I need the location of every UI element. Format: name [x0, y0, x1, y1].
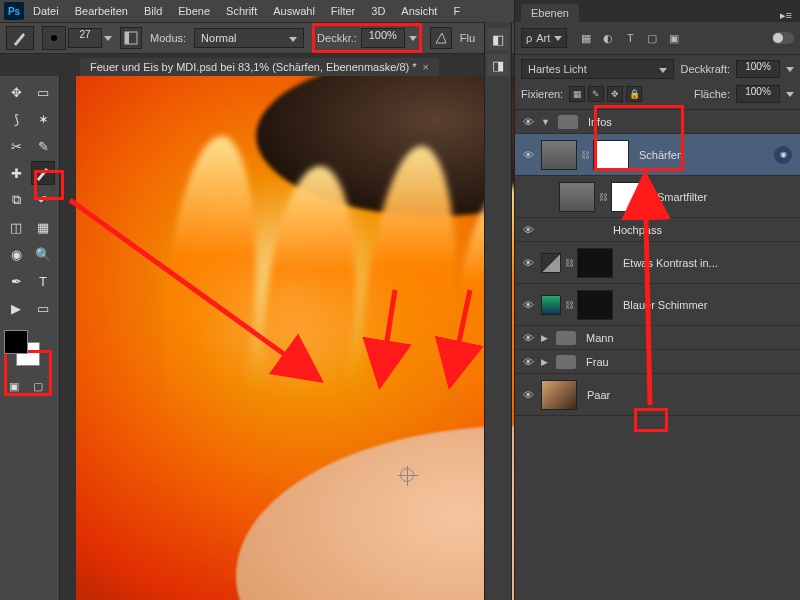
- marquee-tool[interactable]: ▭: [31, 80, 55, 104]
- layer-name[interactable]: Mann: [580, 332, 796, 344]
- layer-name[interactable]: Schärfen: [633, 149, 770, 161]
- layer-mask-thumbnail[interactable]: [611, 182, 647, 212]
- menu-ansicht[interactable]: Ansicht: [394, 3, 444, 19]
- brush-size-picker[interactable]: 27: [42, 26, 112, 50]
- menu-filter[interactable]: Filter: [324, 3, 362, 19]
- dodge-tool[interactable]: 🔍: [31, 242, 55, 266]
- menu-bearbeiten[interactable]: Bearbeiten: [68, 3, 135, 19]
- mask-link-icon[interactable]: ⛓: [565, 258, 573, 268]
- filter-type-icon[interactable]: T: [623, 32, 637, 45]
- visibility-icon[interactable]: 👁: [519, 332, 537, 344]
- folder-toggle-icon[interactable]: ▶: [541, 333, 548, 343]
- chevron-down-icon[interactable]: [786, 92, 794, 97]
- layer-filter-type[interactable]: ρArt: [521, 28, 567, 48]
- layer-row[interactable]: 👁▶Mann: [515, 326, 800, 350]
- close-icon[interactable]: ×: [423, 61, 429, 73]
- layer-row[interactable]: 👁⛓Etwas Kontrast in...: [515, 242, 800, 284]
- chevron-down-icon[interactable]: [104, 36, 112, 41]
- pen-tool[interactable]: ✒: [4, 269, 28, 293]
- pressure-opacity-icon[interactable]: [430, 27, 452, 49]
- healing-tool[interactable]: ✚: [4, 161, 28, 185]
- layer-row[interactable]: 👁▶Frau: [515, 350, 800, 374]
- visibility-icon[interactable]: 👁: [519, 257, 537, 269]
- layer-mask-thumbnail[interactable]: [577, 248, 613, 278]
- brush-size-value[interactable]: 27: [68, 28, 102, 48]
- eraser-tool[interactable]: ◫: [4, 215, 28, 239]
- layer-opacity-field[interactable]: 100%: [736, 60, 780, 78]
- folder-toggle-icon[interactable]: ▶: [541, 357, 548, 367]
- layer-thumbnail[interactable]: [541, 295, 561, 315]
- visibility-icon[interactable]: 👁: [519, 224, 537, 236]
- chevron-down-icon[interactable]: [409, 36, 417, 41]
- mask-link-icon[interactable]: ⛓: [565, 300, 573, 310]
- layer-row[interactable]: 👁⛓Blauer Schimmer: [515, 284, 800, 326]
- menu-3d[interactable]: 3D: [364, 3, 392, 19]
- quickmask-toggle[interactable]: ▣: [4, 378, 24, 394]
- layer-mask-thumbnail[interactable]: [577, 290, 613, 320]
- smart-filter-badge[interactable]: ◉: [774, 146, 792, 164]
- layer-name[interactable]: Blauer Schimmer: [617, 299, 796, 311]
- visibility-icon[interactable]: 👁: [519, 149, 537, 161]
- path-select-tool[interactable]: ▶: [4, 296, 28, 320]
- filter-adjust-icon[interactable]: ◐: [601, 32, 615, 45]
- lock-transparency-icon[interactable]: ▦: [569, 86, 585, 102]
- layer-name[interactable]: Paar: [581, 389, 796, 401]
- layer-row[interactable]: ⛓Smartfilter: [515, 176, 800, 218]
- layer-name[interactable]: Frau: [580, 356, 796, 368]
- dock-icon-2[interactable]: ◨: [487, 54, 509, 76]
- lock-position-icon[interactable]: ✥: [607, 86, 623, 102]
- visibility-icon[interactable]: 👁: [519, 389, 537, 401]
- lock-all-icon[interactable]: 🔒: [626, 86, 642, 102]
- menu-ebene[interactable]: Ebene: [171, 3, 217, 19]
- layer-thumbnail[interactable]: [541, 253, 561, 273]
- layer-mask-thumbnail[interactable]: [593, 140, 629, 170]
- mask-link-icon[interactable]: ⛓: [599, 192, 607, 202]
- layer-row[interactable]: 👁⛓Schärfen◉: [515, 134, 800, 176]
- mask-link-icon[interactable]: ⛓: [581, 150, 589, 160]
- layer-name[interactable]: Hochpass: [607, 224, 796, 236]
- layer-row[interactable]: 👁Hochpass: [515, 218, 800, 242]
- menu-more[interactable]: F: [446, 3, 467, 19]
- eyedropper-tool[interactable]: ✎: [31, 134, 55, 158]
- layer-name[interactable]: Etwas Kontrast in...: [617, 257, 796, 269]
- tool-preset-picker[interactable]: [6, 26, 34, 50]
- visibility-icon[interactable]: 👁: [519, 299, 537, 311]
- brush-panel-toggle[interactable]: [120, 27, 142, 49]
- filter-shape-icon[interactable]: ▢: [645, 32, 659, 45]
- blend-mode-select[interactable]: Normal: [194, 28, 304, 48]
- opacity-field[interactable]: 100%: [361, 28, 405, 48]
- type-tool[interactable]: T: [31, 269, 55, 293]
- menu-datei[interactable]: Datei: [26, 3, 66, 19]
- history-brush-tool[interactable]: ↶: [31, 188, 55, 212]
- layer-thumbnail[interactable]: [559, 182, 595, 212]
- filter-pixel-icon[interactable]: ▦: [579, 32, 593, 45]
- foreground-color[interactable]: [4, 330, 28, 354]
- lasso-tool[interactable]: ⟆: [4, 107, 28, 131]
- color-swatches[interactable]: [4, 330, 44, 370]
- visibility-icon[interactable]: 👁: [519, 116, 537, 128]
- fill-field[interactable]: 100%: [736, 85, 780, 103]
- lock-pixels-icon[interactable]: ✎: [588, 86, 604, 102]
- clone-stamp-tool[interactable]: ⧉: [4, 188, 28, 212]
- magic-wand-tool[interactable]: ✶: [31, 107, 55, 131]
- panel-menu-icon[interactable]: ▸≡: [772, 9, 800, 22]
- chevron-down-icon[interactable]: [786, 67, 794, 72]
- menu-bild[interactable]: Bild: [137, 3, 169, 19]
- folder-toggle-icon[interactable]: ▼: [541, 117, 550, 127]
- filter-toggle[interactable]: [772, 32, 794, 44]
- tab-ebenen[interactable]: Ebenen: [521, 4, 579, 22]
- layer-row[interactable]: 👁▼Infos: [515, 110, 800, 134]
- visibility-icon[interactable]: 👁: [519, 356, 537, 368]
- layer-name[interactable]: Smartfilter: [651, 191, 796, 203]
- layer-row[interactable]: 👁Paar: [515, 374, 800, 416]
- gradient-tool[interactable]: ▦: [31, 215, 55, 239]
- crop-tool[interactable]: ✂: [4, 134, 28, 158]
- dock-icon-1[interactable]: ◧: [487, 28, 509, 50]
- layer-blend-mode[interactable]: Hartes Licht: [521, 59, 674, 79]
- brush-tool[interactable]: [31, 161, 55, 185]
- layer-thumbnail[interactable]: [541, 140, 577, 170]
- document-tab[interactable]: Feuer und Eis by MDI.psd bei 83,1% (Schä…: [80, 58, 439, 76]
- layer-name[interactable]: Infos: [582, 116, 796, 128]
- filter-smart-icon[interactable]: ▣: [667, 32, 681, 45]
- shape-tool[interactable]: ▭: [31, 296, 55, 320]
